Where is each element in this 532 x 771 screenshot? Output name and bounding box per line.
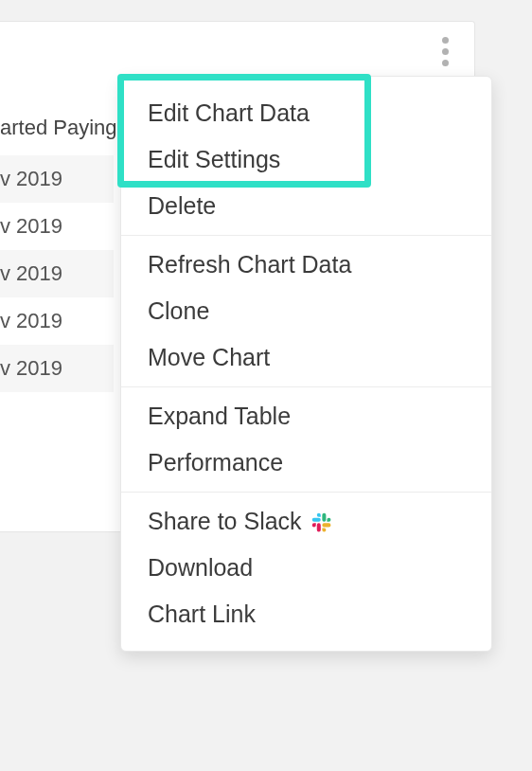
menu-item-move-chart[interactable]: Move Chart — [121, 334, 491, 381]
table-column: arted Paying v 2019 v 2019 v 2019 v 2019… — [0, 106, 114, 392]
table-row: v 2019 — [0, 297, 114, 345]
menu-item-download[interactable]: Download — [121, 545, 491, 591]
menu-item-label: Expand Table — [148, 403, 291, 430]
menu-item-performance[interactable]: Performance — [121, 439, 491, 486]
table-row: v 2019 — [0, 155, 114, 203]
menu-item-label: Refresh Chart Data — [148, 251, 351, 278]
menu-item-chart-link[interactable]: Chart Link — [121, 591, 491, 637]
context-menu: Edit Chart Data Edit Settings Delete Ref… — [120, 76, 492, 652]
menu-item-label: Clone — [148, 297, 209, 325]
dots-vertical-icon — [442, 37, 449, 44]
menu-item-clone[interactable]: Clone — [121, 288, 491, 334]
menu-item-label: Download — [148, 554, 253, 582]
table-row: v 2019 — [0, 250, 114, 297]
menu-item-label: Move Chart — [148, 344, 270, 371]
menu-item-expand-table[interactable]: Expand Table — [121, 393, 491, 439]
column-header: arted Paying — [0, 106, 114, 155]
menu-item-refresh-chart-data[interactable]: Refresh Chart Data — [121, 242, 491, 288]
menu-item-edit-chart-data[interactable]: Edit Chart Data — [121, 90, 491, 136]
kebab-menu-button[interactable] — [434, 34, 456, 68]
menu-item-delete[interactable]: Delete — [121, 183, 491, 229]
menu-item-label: Performance — [148, 449, 283, 476]
menu-item-edit-settings[interactable]: Edit Settings — [121, 136, 491, 183]
menu-item-share-to-slack[interactable]: Share to Slack — [121, 498, 491, 545]
slack-icon — [311, 511, 332, 532]
menu-item-label: Share to Slack — [148, 508, 302, 535]
menu-item-label: Delete — [148, 192, 216, 220]
menu-item-label: Chart Link — [148, 601, 256, 628]
table-row: v 2019 — [0, 203, 114, 250]
menu-item-label: Edit Settings — [148, 146, 280, 173]
menu-item-label: Edit Chart Data — [148, 99, 310, 127]
table-row: v 2019 — [0, 345, 114, 392]
